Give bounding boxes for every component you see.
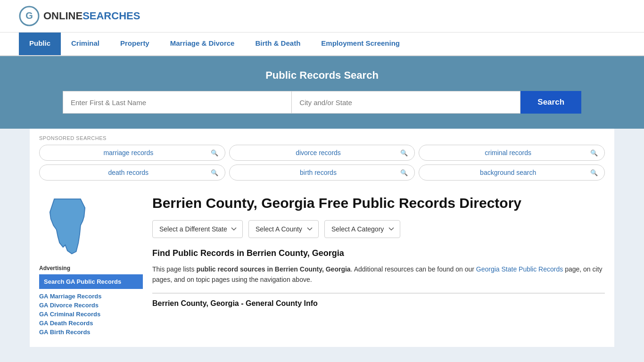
logo-text: ONLINESEARCHES bbox=[43, 10, 140, 22]
site-header: G ONLINESEARCHES bbox=[0, 0, 644, 33]
search-icon-birth: 🔍 bbox=[400, 169, 408, 176]
logo-icon: G bbox=[19, 6, 40, 26]
state-map bbox=[39, 195, 143, 257]
dropdowns-row: Select a Different State Select A County… bbox=[152, 220, 605, 238]
sidebar: Advertising Search GA Public Records GA … bbox=[39, 195, 143, 337]
search-banner: Public Records Search Search bbox=[0, 56, 644, 129]
sidebar-ad-label: Advertising bbox=[39, 265, 143, 272]
nav-item-employment[interactable]: Employment Screening bbox=[311, 33, 410, 55]
sponsored-text-birth: birth records bbox=[236, 169, 401, 176]
find-records-text: This page lists public record sources in… bbox=[152, 264, 605, 285]
sponsored-item-death[interactable]: death records 🔍 bbox=[39, 165, 225, 181]
nav-item-birth-death[interactable]: Birth & Death bbox=[245, 33, 311, 55]
sidebar-link-divorce[interactable]: GA Divorce Records bbox=[39, 302, 143, 309]
section-divider bbox=[152, 293, 605, 294]
location-input[interactable] bbox=[291, 91, 520, 114]
main-nav: Public Criminal Property Marriage & Divo… bbox=[0, 33, 644, 56]
sponsored-item-marriage[interactable]: marriage records 🔍 bbox=[39, 145, 225, 161]
find-text-bold: public record sources in Berrien County,… bbox=[196, 265, 350, 273]
name-input[interactable] bbox=[63, 91, 291, 114]
sidebar-link-birth[interactable]: GA Birth Records bbox=[39, 329, 143, 336]
sidebar-ad-item[interactable]: Search GA Public Records bbox=[39, 274, 143, 289]
sponsored-text-background: background search bbox=[426, 169, 590, 176]
find-text-before: This page lists bbox=[152, 265, 196, 273]
sponsored-label: SPONSORED SEARCHES bbox=[39, 135, 605, 141]
sponsored-text-criminal: criminal records bbox=[426, 149, 590, 156]
search-form: Search bbox=[63, 91, 581, 114]
nav-item-property[interactable]: Property bbox=[110, 33, 160, 55]
georgia-records-link[interactable]: Georgia State Public Records bbox=[476, 265, 563, 273]
sponsored-item-criminal[interactable]: criminal records 🔍 bbox=[419, 145, 605, 161]
nav-item-criminal[interactable]: Criminal bbox=[61, 33, 110, 55]
sidebar-link-death[interactable]: GA Death Records bbox=[39, 320, 143, 327]
sponsored-item-birth[interactable]: birth records 🔍 bbox=[229, 165, 415, 181]
sidebar-link-marriage[interactable]: GA Marriage Records bbox=[39, 293, 143, 300]
sidebar-links: GA Marriage Records GA Divorce Records G… bbox=[39, 293, 143, 336]
search-icon-marriage: 🔍 bbox=[211, 149, 218, 156]
find-text-after: . Additional resources can be found on o… bbox=[351, 265, 476, 273]
search-button[interactable]: Search bbox=[520, 91, 581, 114]
georgia-map-svg bbox=[39, 195, 96, 256]
logo[interactable]: G ONLINESEARCHES bbox=[19, 6, 140, 26]
main-content: Berrien County, Georgia Free Public Reco… bbox=[152, 195, 605, 337]
sponsored-item-background[interactable]: background search 🔍 bbox=[419, 165, 605, 181]
search-icon-criminal: 🔍 bbox=[590, 149, 598, 156]
sponsored-text-marriage: marriage records bbox=[46, 149, 211, 156]
state-dropdown[interactable]: Select a Different State bbox=[152, 220, 243, 238]
content-body: Advertising Search GA Public Records GA … bbox=[39, 185, 605, 347]
search-icon-death: 🔍 bbox=[211, 169, 218, 176]
sponsored-grid: marriage records 🔍 divorce records 🔍 cri… bbox=[39, 145, 605, 181]
category-dropdown[interactable]: Select A Category bbox=[324, 220, 400, 238]
sponsored-text-divorce: divorce records bbox=[236, 149, 401, 156]
find-records-title: Find Public Records in Berrien County, G… bbox=[152, 248, 605, 258]
county-dropdown[interactable]: Select A County bbox=[248, 220, 319, 238]
sponsored-text-death: death records bbox=[46, 169, 211, 176]
search-icon-divorce: 🔍 bbox=[400, 149, 408, 156]
page-title: Berrien County, Georgia Free Public Reco… bbox=[152, 195, 605, 212]
main-container: SPONSORED SEARCHES marriage records 🔍 di… bbox=[30, 129, 614, 347]
sponsored-item-divorce[interactable]: divorce records 🔍 bbox=[229, 145, 415, 161]
sponsored-section: SPONSORED SEARCHES marriage records 🔍 di… bbox=[39, 129, 605, 185]
search-icon-background: 🔍 bbox=[590, 169, 598, 176]
section-sub-title: Berrien County, Georgia - General County… bbox=[152, 296, 605, 310]
sidebar-link-criminal[interactable]: GA Criminal Records bbox=[39, 311, 143, 318]
search-banner-title: Public Records Search bbox=[19, 69, 625, 82]
nav-item-marriage-divorce[interactable]: Marriage & Divorce bbox=[160, 33, 245, 55]
nav-item-public[interactable]: Public bbox=[19, 33, 61, 55]
svg-text:G: G bbox=[25, 10, 33, 21]
